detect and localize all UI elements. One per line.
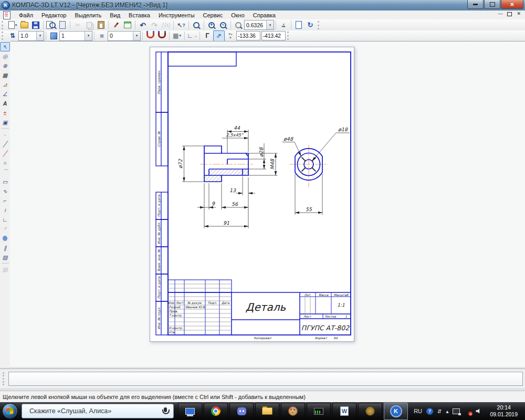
- snap-angle-button[interactable]: ⇗: [213, 30, 225, 41]
- redo-button[interactable]: ↷: [149, 19, 160, 30]
- scroll-arrows-icon[interactable]: ⇵: [437, 408, 442, 414]
- menu-view[interactable]: Вид: [106, 12, 124, 19]
- taskbar-task-manager[interactable]: [307, 403, 331, 420]
- print-preview-button[interactable]: [45, 19, 57, 30]
- layer-combo[interactable]: 0 ▾: [108, 31, 141, 41]
- undo-button[interactable]: ↶: [137, 19, 149, 30]
- mdi-restore-button[interactable]: [507, 12, 512, 16]
- taskbar-discord[interactable]: [229, 403, 254, 420]
- taskbar-chrome[interactable]: [204, 403, 228, 420]
- auxiliary-line-button[interactable]: ╱: [0, 149, 10, 158]
- grid-toggle-button[interactable]: ▦▾: [171, 30, 183, 41]
- polygon-button[interactable]: [0, 234, 10, 243]
- text-labels-button[interactable]: A: [0, 99, 10, 108]
- hatch-button[interactable]: ▨: [0, 253, 10, 262]
- microphone-icon[interactable]: [164, 407, 167, 412]
- close-button[interactable]: ✕: [501, 0, 523, 9]
- voice-search-input[interactable]: Скажите «Слушай, Алиса»: [22, 404, 174, 418]
- point-button[interactable]: ∙: [0, 130, 10, 139]
- menu-window[interactable]: Окно: [227, 12, 249, 19]
- menu-insert[interactable]: Вставка: [124, 12, 154, 19]
- coord-x-field[interactable]: -133.36: [236, 31, 260, 40]
- context-help-button[interactable]: ↖?: [175, 19, 187, 30]
- zoom-selection-button[interactable]: [191, 19, 202, 30]
- save-button[interactable]: [30, 19, 41, 30]
- parallel-lines-button[interactable]: ∥: [0, 243, 10, 253]
- menu-help[interactable]: Справка: [249, 12, 280, 19]
- taskbar-explorer[interactable]: [255, 403, 279, 420]
- zoom-area-button[interactable]: [233, 19, 244, 30]
- layer-caret-icon[interactable]: ▾: [133, 32, 140, 40]
- menu-editor[interactable]: Редактор: [37, 12, 70, 19]
- new-document-button[interactable]: ▾: [7, 19, 18, 30]
- grid-button[interactable]: ▦: [0, 70, 10, 80]
- toolbar-grip2[interactable]: [2, 32, 5, 40]
- property-panel-bar[interactable]: [8, 372, 523, 386]
- clock[interactable]: 20:14 09.01.2019: [486, 404, 522, 418]
- rectangle-button[interactable]: ▭: [0, 177, 10, 186]
- menu-tools[interactable]: Инструменты: [154, 12, 199, 19]
- segment-button[interactable]: ╱: [0, 139, 10, 149]
- zoom-in-button[interactable]: +: [206, 19, 217, 30]
- zoom-scale-combo[interactable]: 0.6326 ▾: [244, 20, 274, 30]
- print-button[interactable]: [57, 19, 68, 30]
- action-center-flag-icon[interactable]: ✕: [464, 407, 471, 415]
- view-caret-icon[interactable]: ▾: [85, 32, 92, 40]
- format-painter-button[interactable]: [110, 19, 122, 30]
- drawing-sheet[interactable]: Перв. примен. Справ. № Подп. и дата Инв.…: [150, 47, 354, 342]
- variables-button[interactable]: ƒ(x): [160, 19, 172, 30]
- polyline-button[interactable]: ⌐: [0, 196, 10, 205]
- ortho-mode-button[interactable]: Γ: [202, 30, 213, 41]
- property-panel-grip[interactable]: [3, 372, 6, 385]
- step-caret-icon[interactable]: ▾: [36, 32, 44, 40]
- toolbar-grip-end[interactable]: [318, 21, 321, 29]
- paste-button[interactable]: [95, 19, 107, 30]
- stamp-button[interactable]: ▤: [0, 265, 10, 274]
- taskbar-paint[interactable]: [281, 403, 305, 420]
- circle-button[interactable]: ○: [0, 158, 10, 167]
- snap-local-button[interactable]: [156, 30, 167, 41]
- arc-button[interactable]: ⌒: [0, 167, 10, 177]
- local-cs-button[interactable]: ∟→: [186, 30, 198, 41]
- language-indicator[interactable]: RU: [414, 408, 422, 414]
- coordinates-input-button[interactable]: ⊕: [0, 61, 10, 70]
- view-combo[interactable]: 1 ▾: [59, 31, 92, 41]
- minimize-button[interactable]: [467, 0, 484, 9]
- view-frame-button[interactable]: ▣: [0, 118, 10, 127]
- taskbar-remote-desktop[interactable]: [178, 403, 202, 420]
- taskbar-kompas-active[interactable]: K: [384, 403, 408, 420]
- taskbar-emblem-app[interactable]: [358, 403, 382, 420]
- drawing-canvas[interactable]: Перв. примен. Справ. № Подп. и дата Инв.…: [10, 41, 525, 367]
- curve-button[interactable]: ≀: [0, 205, 10, 215]
- chamfer-button[interactable]: ∟: [0, 215, 10, 224]
- start-button[interactable]: [2, 403, 18, 419]
- menu-service[interactable]: Сервис: [199, 12, 227, 19]
- open-button[interactable]: [18, 19, 30, 30]
- geometry-point-button[interactable]: ◎: [0, 51, 10, 61]
- edit-tools-button[interactable]: ⊿: [0, 80, 10, 89]
- copy-button[interactable]: [83, 19, 95, 30]
- help-tray-icon[interactable]: ?: [426, 408, 433, 415]
- network-icon[interactable]: [453, 408, 460, 414]
- rebuild-button[interactable]: ↻: [304, 19, 316, 30]
- pan-button[interactable]: ↔↕: [278, 19, 289, 30]
- coord-y-field[interactable]: -413.42: [261, 31, 286, 40]
- select-tool-button[interactable]: ↖: [0, 42, 10, 51]
- show-document-button[interactable]: [293, 19, 304, 30]
- maximize-button[interactable]: [484, 0, 500, 9]
- toolbar-grip2-end[interactable]: [287, 32, 290, 40]
- zoom-scale-caret-icon[interactable]: ▾: [266, 20, 274, 29]
- bezier-spline-button[interactable]: ∿: [0, 186, 10, 196]
- zoom-out-button[interactable]: −: [217, 19, 229, 30]
- menu-file[interactable]: Файл: [15, 12, 37, 19]
- fillet-button[interactable]: ◜: [0, 224, 10, 234]
- cut-button[interactable]: ✂: [72, 19, 83, 30]
- angle-measure-button[interactable]: ∠: [0, 89, 10, 99]
- document-properties-button[interactable]: [122, 19, 133, 30]
- volume-icon[interactable]: [476, 408, 481, 414]
- menu-select[interactable]: Выделить: [70, 12, 106, 19]
- mdi-minimize-button[interactable]: —: [498, 12, 502, 16]
- taskbar-word[interactable]: W: [332, 403, 356, 420]
- toolbar-grip[interactable]: [2, 21, 5, 29]
- show-hidden-icons[interactable]: ▴: [446, 408, 448, 414]
